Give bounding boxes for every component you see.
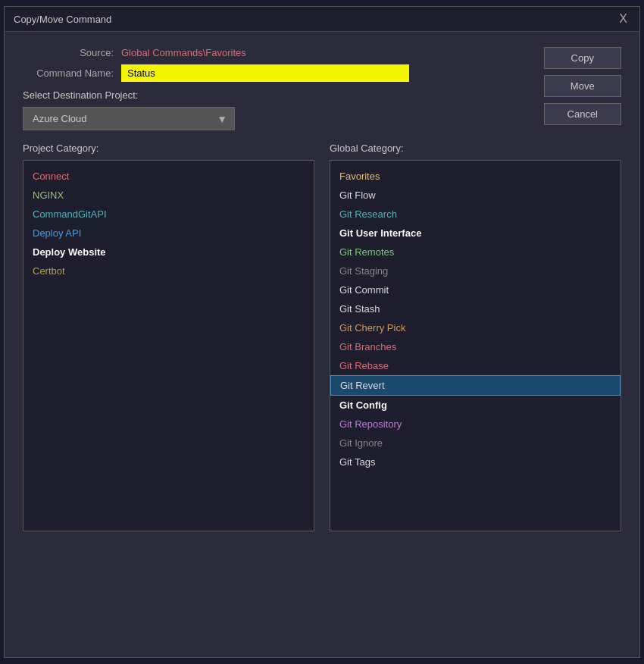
title-bar: Copy/Move Command X [5, 7, 639, 32]
list-item[interactable]: Git Remotes [330, 243, 621, 262]
list-item[interactable]: Git Rebase [330, 356, 621, 375]
source-value: Global Commands\Favorites [121, 47, 246, 58]
list-item[interactable]: Git Staging [330, 262, 621, 280]
global-category-title: Global Category: [330, 143, 621, 154]
close-button[interactable]: X [616, 13, 630, 25]
command-name-label: Command Name: [23, 67, 121, 79]
command-name-row: Command Name: [23, 64, 529, 82]
move-button[interactable]: Move [544, 75, 621, 97]
copy-button[interactable]: Copy [544, 47, 621, 69]
cancel-button[interactable]: Cancel [544, 103, 621, 125]
project-category-section: Project Category: Connect NGINX CommandG… [23, 143, 314, 531]
list-item[interactable]: Git Ignore [330, 434, 621, 453]
list-item[interactable]: NGINX [23, 186, 314, 205]
dest-label: Select Destination Project: [23, 89, 529, 101]
list-item[interactable]: Git Config [330, 396, 621, 415]
global-category-list: Favorites Git Flow Git Research Git User… [330, 160, 621, 531]
project-category-title: Project Category: [23, 143, 314, 154]
list-item[interactable]: Git Flow [330, 186, 621, 205]
list-item[interactable]: Deploy Website [23, 243, 314, 262]
project-category-list: Connect NGINX CommandGitAPI Deploy API D… [23, 160, 314, 531]
list-item[interactable]: Favorites [330, 167, 621, 186]
list-item[interactable]: Git Research [330, 205, 621, 224]
destination-dropdown[interactable]: Azure Cloud [23, 107, 235, 130]
dialog-title: Copy/Move Command [14, 14, 111, 25]
list-item[interactable]: CommandGitAPI [23, 205, 314, 224]
global-category-section: Global Category: Favorites Git Flow Git … [330, 143, 621, 531]
list-item[interactable]: Connect [23, 167, 314, 186]
list-item[interactable]: Deploy API [23, 224, 314, 243]
list-item[interactable]: Git Stash [330, 299, 621, 318]
list-item[interactable]: Certbot [23, 262, 314, 280]
source-row: Source: Global Commands\Favorites [23, 47, 529, 58]
list-item[interactable]: Git Commit [330, 280, 621, 299]
action-buttons: Copy Move Cancel [529, 47, 621, 125]
destination-dropdown-wrapper: Azure Cloud ▼ [23, 107, 235, 130]
command-name-input[interactable] [121, 64, 409, 82]
source-label: Source: [23, 47, 121, 58]
list-item[interactable]: Git Cherry Pick [330, 318, 621, 337]
copy-move-dialog: Copy/Move Command X Source: Global Comma… [4, 6, 640, 658]
list-item[interactable]: Git Tags [330, 453, 621, 471]
list-item[interactable]: Git User Interface [330, 224, 621, 243]
list-item[interactable]: Git Repository [330, 415, 621, 434]
list-item-selected[interactable]: Git Revert [330, 375, 621, 396]
list-item[interactable]: Git Branches [330, 337, 621, 356]
